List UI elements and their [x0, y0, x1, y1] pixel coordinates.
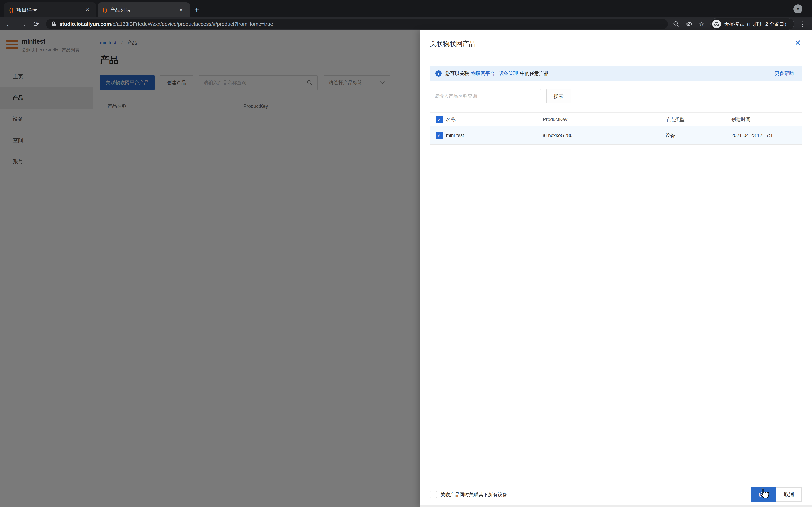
eye-off-icon[interactable]: [686, 21, 693, 27]
iot-studio-favicon-icon: (-): [103, 7, 106, 13]
more-help-link[interactable]: 更多帮助: [775, 70, 797, 77]
drawer-table-header: ✓ 名称 ProductKey 节点类型 创建时间: [430, 112, 802, 126]
cancel-button[interactable]: 取消: [776, 488, 802, 502]
drawer-close-icon[interactable]: ✕: [795, 39, 801, 47]
drawer-body: i 您可以关联 物联网平台 - 设备管理 中的任意产品 更多帮助 搜索 ✓ 名称…: [420, 57, 812, 145]
tab-label: 项目详情: [16, 6, 84, 13]
drawer-search-button[interactable]: 搜索: [546, 89, 571, 103]
bookmark-star-icon[interactable]: ☆: [699, 20, 704, 27]
horizontal-scrollbar[interactable]: [420, 505, 812, 507]
iot-studio-favicon-icon: (-): [9, 7, 13, 13]
incognito-badge[interactable]: 无痕模式（已打开 2 个窗口）: [711, 18, 794, 30]
drawer-footer: 关联产品同时关联其下所有设备 确定 取消: [420, 484, 812, 505]
table-row[interactable]: ✓ mini-test a1hoxkoG286 设备 2021-04-23 12…: [430, 126, 802, 145]
reload-button[interactable]: ⟳: [33, 20, 39, 28]
cell-node-type: 设备: [665, 132, 731, 138]
associate-all-devices-checkbox[interactable]: [430, 491, 437, 498]
back-button[interactable]: ←: [6, 20, 13, 28]
url-domain: studio.iot.aliyun.com: [59, 21, 111, 27]
info-banner: i 您可以关联 物联网平台 - 设备管理 中的任意产品 更多帮助: [430, 66, 802, 81]
col-name: 名称: [446, 116, 543, 123]
cell-name: mini-test: [446, 133, 543, 138]
tab-close-icon[interactable]: ✕: [177, 6, 185, 14]
row-checkbox[interactable]: ✓: [436, 132, 443, 139]
mouse-cursor: [758, 488, 770, 499]
drawer-header: 关联物联网产品: [420, 31, 812, 57]
tab-label: 产品列表: [110, 6, 177, 13]
tab-product-list[interactable]: (-) 产品列表 ✕: [98, 2, 190, 17]
address-bar[interactable]: studio.iot.aliyun.com/p/a123iBFrIedeWzxx…: [46, 19, 668, 29]
url-text: studio.iot.aliyun.com/p/a123iBFrIedeWzxx…: [59, 21, 273, 27]
incognito-icon: [712, 19, 721, 28]
cell-created-time: 2021-04-23 12:17:11: [731, 133, 802, 138]
zoom-icon[interactable]: [673, 21, 679, 27]
drawer-search-row: 搜索: [430, 89, 802, 103]
browser-menu-icon[interactable]: ⋮: [799, 20, 806, 28]
info-icon: i: [435, 70, 442, 77]
tab-close-icon[interactable]: ✕: [84, 6, 91, 14]
new-tab-button[interactable]: +: [194, 5, 199, 15]
browser-toolbar: ← → ⟳ studio.iot.aliyun.com/p/a123iBFrIe…: [0, 17, 812, 31]
drawer-search-input[interactable]: [430, 89, 541, 103]
drawer-table: ✓ 名称 ProductKey 节点类型 创建时间 ✓ mini-test a1…: [430, 112, 802, 145]
associate-all-devices-label: 关联产品同时关联其下所有设备: [441, 491, 507, 498]
col-created-time: 创建时间: [731, 116, 802, 123]
col-productkey: ProductKey: [543, 117, 665, 122]
incognito-label: 无痕模式（已打开 2 个窗口）: [724, 21, 789, 27]
tab-project-detail[interactable]: (-) 项目详情 ✕: [4, 2, 96, 17]
cell-productkey: a1hoxkoG286: [543, 133, 665, 138]
select-all-checkbox[interactable]: ✓: [436, 116, 443, 123]
device-management-link[interactable]: 物联网平台 - 设备管理: [471, 70, 518, 77]
banner-text-suffix: 中的任意产品: [520, 70, 549, 77]
col-node-type: 节点类型: [665, 116, 731, 123]
screen: (-) 项目详情 ✕ (-) 产品列表 ✕ + ▼ ← → ⟳ studio.i…: [0, 0, 812, 507]
associate-products-drawer: 关联物联网产品 ✕ i 您可以关联 物联网平台 - 设备管理 中的任意产品 更多…: [420, 31, 812, 507]
tab-search-button[interactable]: ▼: [793, 4, 803, 13]
lock-icon: [51, 21, 56, 27]
forward-button[interactable]: →: [19, 20, 27, 28]
url-path: /p/a123iBFrIedeWzxx/device/productaccess…: [111, 21, 273, 27]
banner-text-prefix: 您可以关联: [445, 70, 469, 77]
browser-tab-strip: (-) 项目详情 ✕ (-) 产品列表 ✕ + ▼: [0, 0, 812, 17]
drawer-title: 关联物联网产品: [430, 40, 475, 48]
